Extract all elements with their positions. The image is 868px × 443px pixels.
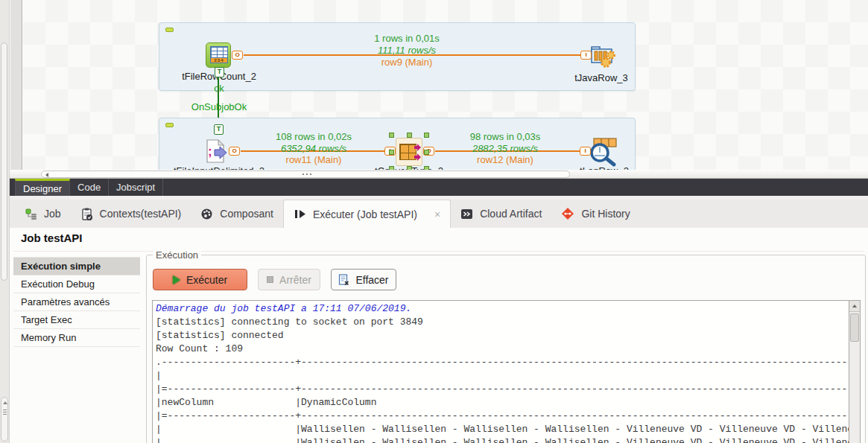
component-tfilerowcount[interactable]: 234 [206,42,231,68]
component-name-label[interactable]: tJavaRow_3 [574,72,628,83]
view-tab[interactable]: Designer [15,179,70,196]
designer-view-tabbar: DesignerCodeJobscript [10,179,868,196]
collapse-subjob-icon[interactable] [165,28,174,32]
console-line: [statistics] connected [156,329,849,342]
page-title: Job testAPI [21,232,83,244]
canvas-horizontal-scrollbar[interactable] [41,170,570,178]
clear-button[interactable]: Effacer [331,269,396,290]
tab-git-history[interactable]: Git History [551,200,639,228]
execution-console[interactable]: Démarrage du job testAPI a 17:11 07/06/2… [152,300,849,443]
up-arrow-icon [3,401,7,404]
icon-digits: 234 [211,58,227,63]
run-sidebar-item[interactable]: Paramètres avancés [13,293,140,311]
flow-stats-label: 108 rows in 0,02s [276,131,352,142]
flow-stats-label: 98 rows in 0,03s [470,131,541,142]
input-port-badge[interactable]: I [580,147,591,156]
scroll-up-icon[interactable] [849,301,860,312]
tfileinput-icon: ; [203,138,229,165]
title-divider [13,251,864,252]
left-panel-restore-control[interactable] [1,397,8,442]
tjavarow-icon [589,42,617,69]
component-palette-icon [200,208,213,220]
flow-rate-label: 2882,35 rows/s [472,143,538,154]
console-line: |=----------------------+---------------… [156,409,849,423]
console-scrollbar[interactable] [849,300,861,443]
component-tjavarow[interactable] [589,42,617,72]
trigger-label[interactable]: OnSubjobOk [191,101,247,112]
selection-handle[interactable] [389,133,394,138]
selection-handle[interactable] [424,166,429,170]
console-line: Démarrage du job testAPI a 17:11 07/06/2… [156,302,849,316]
contexts-icon [80,208,93,220]
flow-rate-label: 111,11 rows/s [378,45,436,56]
stop-button[interactable]: Arrêter [258,269,320,290]
scrollbar-thumb[interactable] [850,313,859,342]
job-designer-canvas[interactable]: 234 O I 1 rows in 0,01s 111,11 rows/s [23,0,868,170]
canvas-sash[interactable] [10,170,868,179]
stop-button-label: Arrêter [279,274,311,286]
selection-handle[interactable] [424,133,429,138]
component-tfileinputdelimited[interactable]: ; [203,138,229,168]
selection-handle[interactable] [407,133,412,138]
subjob-1[interactable]: 234 O I 1 rows in 0,01s 111,11 rows/s [159,22,636,91]
flow-stats-label: 1 rows in 0,01s [374,33,439,44]
console-line: [statistics] connecting to socket on por… [156,316,849,329]
tab-label: Contexts(testAPI) [100,208,182,220]
run-sidebar-item[interactable]: Memory Run [13,329,140,347]
trigger-port-badge[interactable]: T [214,124,224,135]
svg-text:;: ; [208,144,212,159]
console-line: |newColumn |DynamicColumn [156,396,849,409]
flow-rate-label: 6352,94 rows/s [281,143,346,154]
flow-name-label[interactable]: row12 (Main) [477,154,533,165]
clear-button-label: Effacer [355,274,388,286]
trigger-port-badge[interactable]: T [215,67,224,77]
console-line: .-----------------------+---------------… [156,356,849,369]
output-port-badge[interactable]: O [229,147,240,156]
git-history-icon [561,207,574,220]
execution-group-label: Exécution [153,249,201,261]
run-button[interactable]: Exécuter [153,269,247,290]
tfilerowcount-icon: 234 [210,46,228,63]
run-icon [294,208,306,220]
flow-name-label[interactable]: row11 (Main) [286,154,342,165]
view-tab[interactable]: Jobscript [109,179,163,196]
flow-name-label[interactable]: row9 (Main) [381,57,433,68]
close-tab-icon[interactable]: × [434,208,440,220]
component-tlogrow[interactable] [586,137,619,167]
tab-job[interactable]: Job [16,200,71,228]
selection-handle[interactable] [407,166,412,170]
tab-composant[interactable]: Composant [191,200,283,228]
console-line: | [156,369,849,383]
clear-document-icon [338,274,349,286]
play-icon [173,275,180,284]
input-port-badge[interactable]: I [580,51,592,60]
tab-label: Job [44,208,61,220]
tab-contexts[interactable]: Contexts(testAPI) [71,200,191,228]
run-view-content: Job testAPI Exécution simpleExécution De… [10,228,868,443]
tab-run-job[interactable]: Exécuter (Job testAPI) × [283,200,451,228]
run-button-label: Exécuter [186,274,227,286]
output-port-badge[interactable]: O [232,51,243,60]
selection-handle[interactable] [389,166,394,170]
tab-cloud-artifact[interactable]: Cloud Artifact [451,200,551,228]
tab-label: Exécuter (Job testAPI) [313,208,417,220]
view-tab[interactable]: Code [70,179,109,196]
collapse-subjob-icon[interactable] [165,123,174,127]
console-line: | |Wallisellen - Wallisellen - Wallisell… [156,436,849,443]
stop-icon [267,276,273,283]
selection-handle[interactable] [424,150,429,155]
scroll-left-icon[interactable] [45,173,48,177]
sash-grip-icon[interactable] [302,173,304,175]
left-vertical-scrollbar[interactable] [1,42,7,281]
component-status-label: ok [214,83,224,94]
selection-handle[interactable] [389,150,394,155]
subjob-2[interactable]: T ; O I [159,118,636,170]
run-sidebar-item[interactable]: Target Exec [13,311,140,329]
run-sidebar-item[interactable]: Exécution simple [13,258,140,275]
console-line: | |Wallisellen - Wallisellen - Wallisell… [156,423,849,436]
console-line: |=----------------------+---------------… [156,383,849,396]
run-sidebar-item[interactable]: Exécution Debug [13,275,140,293]
run-sidebar: Exécution simpleExécution DebugParamètre… [13,257,140,347]
tab-label: Git History [581,208,630,220]
component-tconverttype-selected[interactable] [391,135,427,169]
